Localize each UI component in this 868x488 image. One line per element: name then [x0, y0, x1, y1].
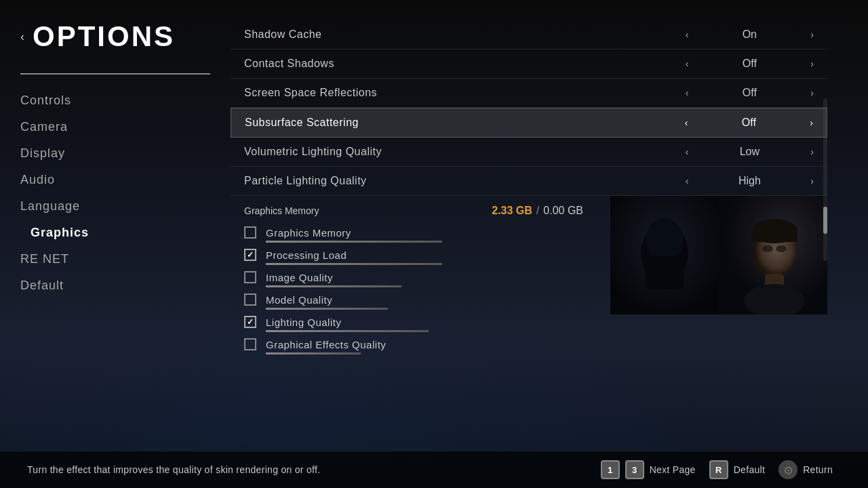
- checkbox-image-quality[interactable]: [244, 271, 256, 283]
- setting-arrow-left-shadow-cache[interactable]: ‹: [686, 29, 689, 40]
- page-key-1: 1: [601, 460, 620, 479]
- hint-text: Turn the effect that improves the qualit…: [27, 464, 587, 475]
- memory-slash: /: [536, 205, 539, 217]
- setting-row-particle: Particle Lighting Quality ‹ High ›: [231, 167, 827, 196]
- checkbox-lighting-quality[interactable]: [244, 316, 256, 328]
- memory-used: 2.33 GB: [492, 205, 532, 217]
- default-label[interactable]: Default: [734, 464, 765, 475]
- setting-arrow-right-contact-shadows[interactable]: ›: [810, 58, 814, 69]
- checkbox-model-quality[interactable]: [244, 293, 256, 306]
- checkbox-label-processing-load: Processing Load: [266, 249, 347, 261]
- memory-bar: Graphics Memory 2.33 GB / 0.00 GB: [231, 199, 597, 222]
- controller-icon: ⊙: [778, 460, 797, 479]
- bar-image-quality: [266, 285, 401, 287]
- setting-value-ssr: Off: [729, 87, 770, 99]
- preview-image-left: [610, 196, 719, 314]
- setting-value-shadow-cache: On: [729, 28, 770, 41]
- sidebar-item-camera[interactable]: Camera: [20, 115, 210, 140]
- checkbox-graphics-memory[interactable]: [244, 226, 256, 239]
- setting-arrow-right-ssr[interactable]: ›: [810, 87, 814, 98]
- setting-arrow-right-shadow-cache[interactable]: ›: [810, 29, 814, 40]
- page-key-3: 3: [625, 460, 644, 479]
- bar-processing-load: [266, 263, 442, 265]
- top-area: ‹ OPTIONS Controls Camera Display Audio …: [0, 0, 868, 451]
- preview-panel: [610, 196, 827, 357]
- checkbox-label-graphics-memory: Graphics Memory: [266, 227, 351, 239]
- setting-value-contact-shadows: Off: [729, 58, 770, 70]
- setting-value-volumetric: Low: [729, 146, 770, 158]
- checkbox-label-graphical-effects: Graphical Effects Quality: [266, 339, 386, 350]
- preview-svg-left: [610, 196, 719, 314]
- sidebar-item-display[interactable]: Display: [20, 141, 210, 166]
- preview-image-right: [719, 196, 827, 314]
- settings-list: Shadow Cache ‹ On › Contact Shadows ‹ Of…: [231, 20, 827, 196]
- checkbox-row-0[interactable]: Graphics Memory: [231, 222, 597, 239]
- setting-row-volumetric: Volumetric Lighting Quality ‹ Low ›: [231, 138, 827, 167]
- back-arrow-icon[interactable]: ‹: [20, 30, 24, 44]
- lower-section: Graphics Memory 2.33 GB / 0.00 GB Graphi…: [231, 196, 827, 357]
- setting-arrow-right-subsurface[interactable]: ›: [810, 117, 813, 128]
- checkbox-row-2[interactable]: Image Quality: [231, 267, 597, 283]
- checkbox-row-4[interactable]: Lighting Quality: [231, 312, 597, 328]
- setting-arrow-right-particle[interactable]: ›: [810, 176, 814, 186]
- svg-rect-5: [610, 196, 719, 314]
- page-title: OPTIONS: [33, 20, 175, 53]
- sidebar-item-audio[interactable]: Audio: [20, 167, 210, 192]
- sidebar-item-graphics[interactable]: Graphics: [20, 220, 210, 245]
- sidebar-item-re-net[interactable]: RE NET: [20, 247, 210, 272]
- svg-rect-15: [719, 196, 827, 314]
- setting-arrow-right-volumetric[interactable]: ›: [810, 146, 814, 157]
- sidebar: ‹ OPTIONS Controls Camera Display Audio …: [0, 20, 231, 451]
- setting-value-subsurface: Off: [728, 117, 769, 129]
- checkbox-row-1[interactable]: Processing Load: [231, 245, 597, 261]
- setting-arrow-left-particle[interactable]: ‹: [686, 176, 689, 186]
- checkbox-label-lighting-quality: Lighting Quality: [266, 317, 341, 328]
- checkbox-label-image-quality: Image Quality: [266, 272, 333, 283]
- nav-menu: Controls Camera Display Audio Language G…: [20, 88, 210, 298]
- bar-model-quality: [266, 308, 388, 310]
- setting-name-ssr: Screen Space Reflections: [244, 87, 686, 99]
- memory-label: Graphics Memory: [244, 205, 319, 216]
- scrollbar-track[interactable]: [823, 98, 827, 261]
- setting-row-ssr: Screen Space Reflections ‹ Off ›: [231, 79, 827, 108]
- setting-arrow-left-subsurface[interactable]: ‹: [685, 117, 688, 128]
- memory-total: 0.00 GB: [543, 205, 583, 217]
- default-key: R: [709, 460, 728, 479]
- main-container: ‹ OPTIONS Controls Camera Display Audio …: [0, 0, 868, 488]
- setting-name-particle: Particle Lighting Quality: [244, 175, 686, 187]
- checkbox-processing-load[interactable]: [244, 249, 256, 261]
- preview-svg-right: [719, 196, 827, 314]
- checkbox-row-3[interactable]: Model Quality: [231, 289, 597, 306]
- setting-arrow-left-contact-shadows[interactable]: ‹: [686, 58, 689, 69]
- scrollbar-thumb[interactable]: [823, 207, 827, 234]
- setting-name-volumetric: Volumetric Lighting Quality: [244, 146, 686, 158]
- bar-lighting-quality: [266, 330, 429, 332]
- next-page-label[interactable]: Next Page: [650, 464, 696, 475]
- setting-row-shadow-cache: Shadow Cache ‹ On ›: [231, 20, 827, 49]
- checkbox-list: Graphics Memory 2.33 GB / 0.00 GB Graphi…: [231, 196, 597, 357]
- setting-name-shadow-cache: Shadow Cache: [244, 28, 686, 41]
- bar-graphics-memory: [266, 241, 442, 243]
- title-divider: [20, 73, 210, 75]
- checkbox-row-5[interactable]: Graphical Effects Quality: [231, 334, 597, 350]
- return-label[interactable]: Return: [803, 464, 833, 475]
- setting-row-contact-shadows: Contact Shadows ‹ Off ›: [231, 49, 827, 79]
- checkbox-graphical-effects[interactable]: [244, 338, 256, 350]
- options-header: ‹ OPTIONS: [20, 20, 210, 53]
- setting-row-subsurface: Subsurface Scattering ‹ Off ›: [231, 108, 827, 138]
- sidebar-item-controls[interactable]: Controls: [20, 88, 210, 113]
- bar-graphical-effects: [266, 352, 361, 354]
- checkbox-label-model-quality: Model Quality: [266, 294, 332, 306]
- setting-arrow-left-ssr[interactable]: ‹: [686, 87, 689, 98]
- bottom-controls: 1 3 Next Page R Default ⊙ Return: [601, 460, 841, 479]
- bottom-bar: Turn the effect that improves the qualit…: [0, 451, 868, 488]
- sidebar-item-default[interactable]: Default: [20, 273, 210, 298]
- setting-value-particle: High: [729, 175, 770, 187]
- setting-arrow-left-volumetric[interactable]: ‹: [686, 146, 689, 157]
- setting-name-subsurface: Subsurface Scattering: [245, 117, 685, 129]
- sidebar-item-language[interactable]: Language: [20, 194, 210, 219]
- setting-name-contact-shadows: Contact Shadows: [244, 58, 686, 70]
- settings-panel: Shadow Cache ‹ On › Contact Shadows ‹ Of…: [231, 20, 827, 451]
